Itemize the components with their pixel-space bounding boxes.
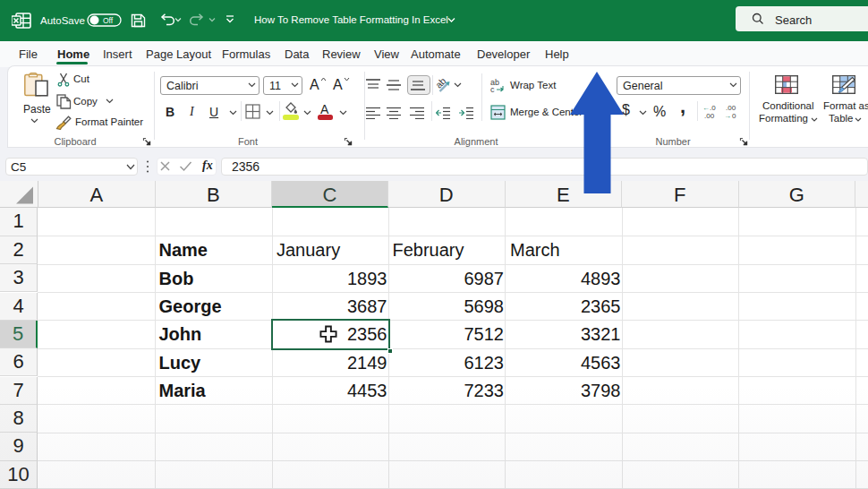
svg-text:.0: .0 [710,104,716,112]
svg-text:c: c [490,85,495,93]
svg-text:→: → [724,112,731,119]
svg-text:.00: .00 [704,112,715,119]
svg-text:0: 0 [732,112,736,119]
svg-text:←: ← [702,104,710,112]
svg-text:.00: .00 [726,104,736,112]
